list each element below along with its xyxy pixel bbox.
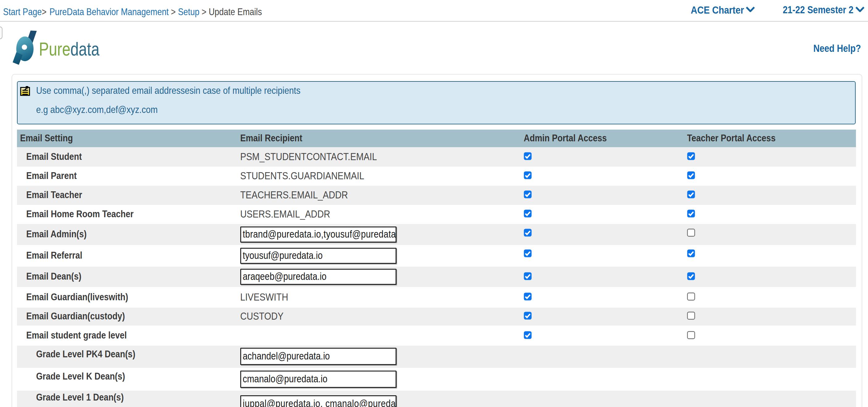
svg-text:Puredata: Puredata (39, 38, 99, 57)
